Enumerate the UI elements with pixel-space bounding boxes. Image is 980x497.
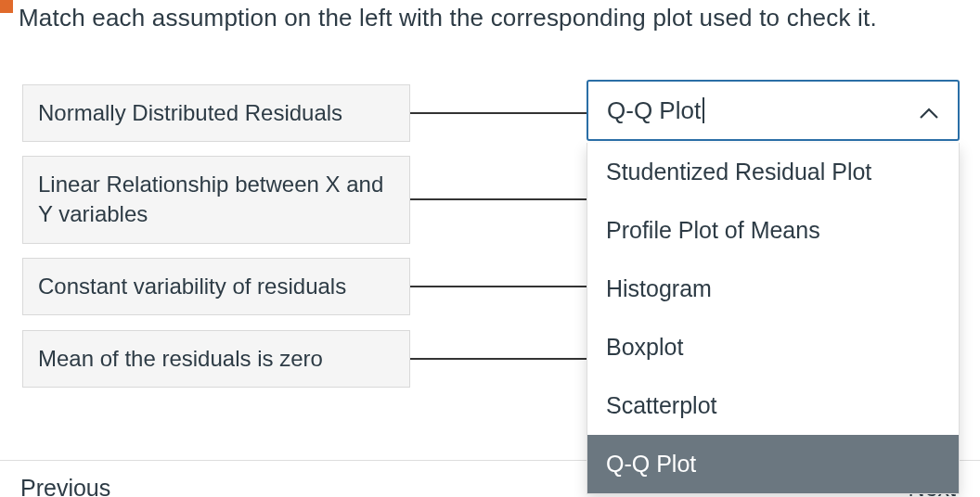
assumption-item: Constant variability of residuals: [22, 258, 410, 315]
previous-button[interactable]: Previous: [20, 475, 110, 497]
assumption-item: Linear Relationship between X and Y vari…: [22, 156, 410, 244]
connector-line: [410, 358, 587, 360]
dropdown-option[interactable]: Studentized Residual Plot: [587, 143, 959, 201]
dropdown-listbox: Studentized Residual Plot Profile Plot o…: [587, 143, 960, 494]
dropdown-option[interactable]: Scatterplot: [587, 376, 959, 435]
dropdown-option[interactable]: Q-Q Plot: [587, 435, 959, 493]
question-prompt: Match each assumption on the left with t…: [19, 4, 877, 32]
assumption-item: Mean of the residuals is zero: [22, 330, 410, 388]
dropdown-combobox[interactable]: Q-Q Plot: [587, 80, 960, 141]
dropdown-option[interactable]: Histogram: [587, 260, 959, 318]
connector-line: [410, 286, 587, 287]
dropdown-option[interactable]: Boxplot: [587, 318, 959, 376]
dropdown-open: Q-Q Plot Studentized Residual Plot Profi…: [587, 80, 960, 494]
text-cursor: [703, 97, 704, 123]
matching-area: Normally Distributed Residuals Linear Re…: [22, 83, 958, 401]
accent-strip: [0, 0, 13, 13]
dropdown-option[interactable]: Profile Plot of Means: [587, 201, 959, 260]
dropdown-search-value: Q-Q Plot: [607, 96, 701, 125]
connector-line: [410, 198, 587, 200]
chevron-up-icon: [919, 97, 939, 126]
assumption-item: Normally Distributed Residuals: [22, 84, 410, 142]
connector-line: [410, 112, 587, 114]
